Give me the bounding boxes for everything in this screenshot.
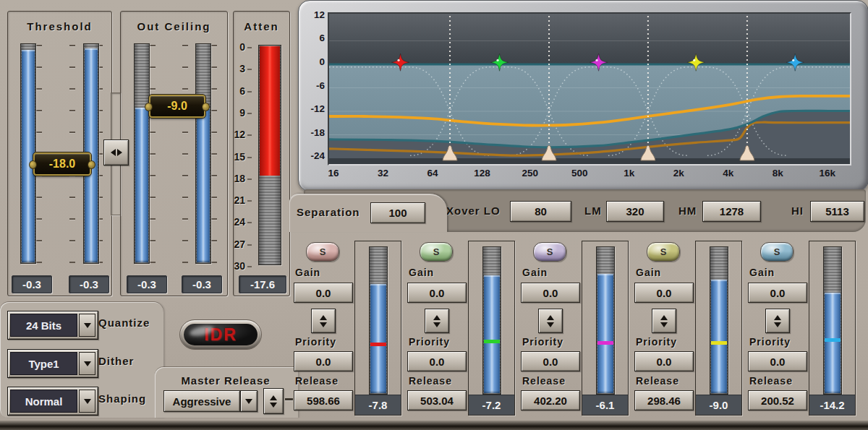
spectrum-plot[interactable] (328, 12, 851, 165)
down-arrow-icon (547, 322, 554, 327)
threshold-value-tag[interactable]: -18.0 (33, 152, 91, 176)
band-5-meter: -14.2 (809, 241, 856, 416)
down-arrow-icon (774, 322, 781, 327)
band-5-release-field[interactable]: 200.52 (748, 390, 807, 410)
band-3-release-field[interactable]: 402.20 (521, 390, 580, 410)
band-1-priority-label: Priority (295, 336, 336, 348)
x-tick-label: 128 (469, 168, 495, 179)
xover-lo-field[interactable]: 80 (510, 201, 571, 222)
xover-hi-field[interactable]: 5113 (810, 201, 864, 222)
atten-scale-label: 27 (233, 238, 252, 250)
xover-hm-label: HM (678, 205, 697, 217)
out-ceiling-value-tag[interactable]: -9.0 (149, 95, 205, 118)
band-2-release-label: Release (409, 375, 452, 387)
y-tick-label: -18 (300, 127, 325, 138)
xover-lo-label: Xover LO (446, 205, 501, 217)
band-5-gain-stepper[interactable] (765, 309, 790, 333)
atten-scale-label: 18 (233, 173, 252, 184)
threshold-readout-left: -0.3 (12, 275, 52, 293)
band-1-gain-stepper[interactable] (311, 309, 336, 333)
out-ceiling-slider-left[interactable] (134, 43, 150, 264)
band-1-solo-button[interactable]: S (306, 242, 339, 262)
band-4-release-field[interactable]: 298.46 (634, 390, 694, 410)
atten-scale-label: 12 (233, 129, 252, 140)
band-4-solo-button[interactable]: S (647, 242, 680, 262)
band-4-gain-stepper[interactable] (652, 309, 676, 333)
up-arrow-icon (320, 315, 327, 320)
x-tick-label: 1k (616, 168, 642, 179)
master-release-field[interactable]: Aggressive (163, 390, 240, 412)
band-2-priority-label: Priority (409, 336, 450, 348)
band-5-section: S Gain 0.0 Priority 0.0 Release 200.52 -… (745, 236, 859, 416)
y-tick-label: -6 (300, 80, 325, 91)
quantize-label: Quantize (98, 317, 150, 329)
down-arrow-icon (433, 322, 441, 327)
master-release-stepper[interactable] (263, 388, 284, 414)
band-4-priority-field[interactable]: 0.0 (634, 351, 694, 371)
band-4-meter-readout: -9.0 (696, 395, 741, 415)
band-5-solo-button[interactable]: S (760, 242, 793, 262)
atten-scale-label: 0 (233, 41, 252, 53)
band-5-release-label: Release (749, 375, 793, 387)
up-arrow-icon (433, 315, 441, 320)
band-2-solo-button[interactable]: S (420, 242, 453, 262)
quantize-dropdown[interactable]: 24 Bits (7, 311, 98, 340)
solo-letter: S (433, 246, 440, 257)
threshold-value: -18.0 (49, 158, 75, 171)
idr-logo-button[interactable]: IDR (179, 319, 262, 350)
dither-dropdown[interactable]: Type1 (7, 349, 98, 378)
atten-scale-label: 24 (233, 216, 252, 228)
band-3-gain-stepper[interactable] (538, 309, 563, 333)
solo-letter: S (774, 246, 780, 257)
band-2-meter-mark (484, 340, 500, 343)
dither-dropdown-arrow[interactable] (79, 352, 95, 375)
band-3-section: S Gain 0.0 Priority 0.0 Release 402.20 -… (518, 236, 631, 416)
dither-value: Type1 (10, 352, 77, 375)
band-2-priority-field[interactable]: 0.0 (407, 351, 467, 371)
band-2-gain-stepper[interactable] (425, 309, 449, 333)
band-2-gain-field[interactable]: 0.0 (407, 283, 467, 303)
x-tick-label: 32 (370, 168, 396, 179)
chevron-down-icon (245, 399, 252, 404)
out-ceiling-title: Out Ceiling (121, 20, 227, 33)
band-4-gain-field[interactable]: 0.0 (634, 283, 694, 303)
band-1-release-field[interactable]: 598.66 (294, 390, 353, 410)
master-release-dropdown-arrow[interactable] (240, 390, 258, 412)
y-tick-label: 12 (300, 9, 325, 20)
atten-title: Atten (234, 20, 289, 33)
xover-lm-field[interactable]: 320 (606, 201, 664, 222)
shaping-dropdown[interactable]: Normal (7, 387, 98, 416)
out-ceiling-slider-right[interactable] (195, 43, 211, 264)
atten-meter (258, 45, 281, 265)
plugin-window: Threshold -0.3 -0.3 -18.0 Out Ceiling -0… (0, 0, 868, 430)
quantize-dropdown-arrow[interactable] (79, 314, 95, 337)
band-1-priority-field[interactable]: 0.0 (294, 351, 353, 371)
band-3-priority-field[interactable]: 0.0 (521, 351, 580, 371)
solo-letter: S (320, 246, 326, 257)
band-5-gain-field[interactable]: 0.0 (748, 283, 807, 303)
quantize-value: 24 Bits (10, 314, 77, 337)
band-3-meter-mark (597, 341, 613, 345)
band-2-gain-label: Gain (409, 267, 434, 278)
band-1-gain-field[interactable]: 0.0 (294, 283, 353, 303)
out-ceiling-readout-right: -0.3 (182, 275, 222, 293)
band-5-gain-label: Gain (749, 267, 775, 278)
band-5-meter-readout: -14.2 (809, 395, 855, 415)
band-2-release-field[interactable]: 503.04 (407, 390, 467, 410)
band-3-gain-field[interactable]: 0.0 (521, 283, 580, 303)
solo-letter: S (660, 246, 667, 257)
separation-field[interactable]: 100 (370, 202, 425, 223)
band-5-priority-field[interactable]: 0.0 (748, 351, 807, 371)
x-tick-label: 64 (420, 168, 446, 179)
band-3-meter-readout: -6.1 (582, 395, 628, 415)
out-ceiling-value: -9.0 (167, 100, 187, 113)
link-right-arrow-icon (117, 149, 122, 156)
threshold-ceiling-link-button[interactable] (103, 139, 129, 165)
shaping-dropdown-arrow[interactable] (79, 390, 95, 413)
band-3-solo-button[interactable]: S (533, 242, 566, 262)
band-5-meter-channel (823, 246, 842, 395)
band-2-meter-channel (482, 246, 501, 395)
xover-hm-field[interactable]: 1278 (702, 201, 761, 222)
atten-scale-label: 15 (233, 151, 252, 163)
out-ceiling-tick-marks (182, 45, 188, 263)
